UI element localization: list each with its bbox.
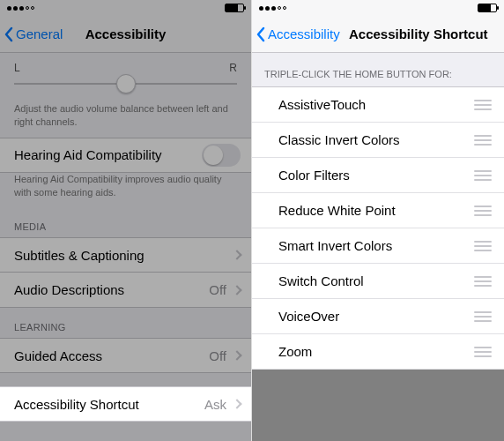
section-header-tripleclick: TRIPLE-CLICK THE HOME BUTTON FOR: bbox=[252, 53, 504, 86]
back-button[interactable]: Accessibility bbox=[252, 26, 340, 42]
signal-dots-icon bbox=[259, 6, 286, 11]
shortcut-item[interactable]: Zoom bbox=[252, 334, 504, 370]
shortcut-item-label: Zoom bbox=[278, 344, 312, 359]
device-right: Accessibility Accessibility Shortcut TRI… bbox=[252, 0, 504, 441]
chevron-right-icon bbox=[232, 351, 241, 361]
audio-descriptions-value: Off bbox=[209, 282, 226, 297]
shortcut-item-label: Reduce White Point bbox=[278, 203, 396, 218]
shortcut-item-label: Switch Control bbox=[278, 273, 364, 288]
shortcut-item[interactable]: Classic Invert Colors bbox=[252, 123, 504, 158]
nav-bar: General Accessibility bbox=[0, 16, 251, 53]
content-area: TRIPLE-CLICK THE HOME BUTTON FOR: Assist… bbox=[252, 53, 504, 441]
drag-handle-icon[interactable] bbox=[474, 241, 492, 251]
shortcut-item-label: Color Filters bbox=[278, 168, 350, 183]
guided-access-value: Off bbox=[209, 348, 226, 363]
hearing-aid-row[interactable]: Hearing Aid Compatibility bbox=[0, 138, 251, 173]
accessibility-shortcut-label: Accessibility Shortcut bbox=[14, 397, 139, 412]
shortcut-item[interactable]: VoiceOver bbox=[252, 299, 504, 334]
shortcut-item[interactable]: Switch Control bbox=[252, 264, 504, 299]
signal-dots-icon bbox=[7, 6, 34, 11]
shortcut-item[interactable]: AssistiveTouch bbox=[252, 87, 504, 123]
back-button[interactable]: General bbox=[0, 26, 63, 42]
shortcut-list: AssistiveTouchClassic Invert ColorsColor… bbox=[252, 86, 504, 370]
shortcut-item[interactable]: Reduce White Point bbox=[252, 193, 504, 228]
shortcut-item-label: AssistiveTouch bbox=[278, 97, 366, 112]
drag-handle-icon[interactable] bbox=[474, 276, 492, 287]
shortcut-item[interactable]: Color Filters bbox=[252, 158, 504, 193]
chevron-left-icon bbox=[256, 26, 266, 42]
section-header-learning: LEARNING bbox=[0, 308, 251, 338]
accessibility-shortcut-row[interactable]: Accessibility Shortcut Ask bbox=[0, 386, 251, 422]
hearing-aid-caption: Hearing Aid Compatibility improves audio… bbox=[0, 173, 251, 208]
balance-r-label: R bbox=[229, 62, 237, 74]
chevron-right-icon bbox=[232, 285, 241, 295]
shortcut-item[interactable]: Smart Invert Colors bbox=[252, 228, 504, 264]
guided-access-label: Guided Access bbox=[14, 348, 102, 363]
subtitles-row[interactable]: Subtitles & Captioning bbox=[0, 237, 251, 273]
drag-handle-icon[interactable] bbox=[474, 347, 492, 357]
accessibility-shortcut-value: Ask bbox=[204, 397, 226, 412]
subtitles-label: Subtitles & Captioning bbox=[14, 248, 145, 263]
nav-bar: Accessibility Accessibility Shortcut bbox=[252, 16, 504, 53]
device-left: General Accessibility L R Adjust the aud… bbox=[0, 0, 252, 441]
audio-descriptions-row[interactable]: Audio Descriptions Off bbox=[0, 273, 251, 308]
balance-l-label: L bbox=[14, 62, 20, 74]
drag-handle-icon[interactable] bbox=[474, 206, 492, 216]
hearing-aid-toggle[interactable] bbox=[202, 144, 241, 167]
balance-slider[interactable] bbox=[14, 83, 237, 85]
status-bar bbox=[0, 0, 251, 16]
shortcut-item-label: Smart Invert Colors bbox=[278, 238, 392, 253]
chevron-right-icon bbox=[232, 399, 241, 408]
section-header-media: MEDIA bbox=[0, 207, 251, 237]
chevron-left-icon bbox=[4, 26, 14, 42]
back-label: General bbox=[16, 26, 63, 41]
empty-area bbox=[252, 370, 504, 441]
drag-handle-icon[interactable] bbox=[474, 135, 492, 146]
drag-handle-icon[interactable] bbox=[474, 170, 492, 181]
hearing-aid-label: Hearing Aid Compatibility bbox=[14, 147, 162, 162]
drag-handle-icon[interactable] bbox=[474, 311, 492, 322]
drag-handle-icon[interactable] bbox=[474, 100, 492, 110]
battery-icon bbox=[478, 4, 497, 12]
chevron-right-icon bbox=[232, 250, 241, 260]
balance-caption: Adjust the audio volume balance between … bbox=[0, 102, 251, 138]
back-label: Accessibility bbox=[268, 26, 340, 41]
audio-descriptions-label: Audio Descriptions bbox=[14, 282, 124, 297]
battery-icon bbox=[225, 4, 244, 12]
status-bar bbox=[252, 0, 504, 16]
shortcut-item-label: Classic Invert Colors bbox=[278, 132, 400, 147]
balance-slider-block: L R bbox=[0, 53, 251, 102]
guided-access-row[interactable]: Guided Access Off bbox=[0, 338, 251, 373]
shortcut-item-label: VoiceOver bbox=[278, 309, 339, 324]
slider-thumb-icon[interactable] bbox=[116, 74, 136, 93]
content-area: L R Adjust the audio volume balance betw… bbox=[0, 53, 251, 441]
